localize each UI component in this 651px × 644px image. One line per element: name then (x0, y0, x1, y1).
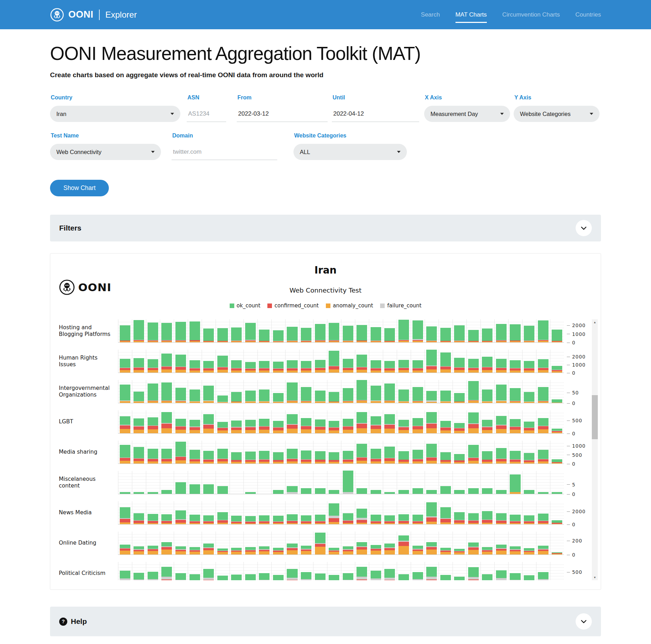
bar[interactable] (341, 319, 355, 342)
bar[interactable] (174, 350, 188, 373)
bar[interactable] (453, 532, 467, 554)
bar[interactable] (258, 471, 272, 494)
scroll-up-button[interactable]: ▲ (592, 319, 598, 325)
bar[interactable] (439, 441, 453, 464)
bar[interactable] (341, 441, 355, 464)
bar[interactable] (439, 471, 453, 494)
bar[interactable] (522, 380, 536, 403)
bar[interactable] (466, 501, 480, 524)
bar[interactable] (327, 471, 341, 494)
bar[interactable] (160, 410, 174, 433)
bar[interactable] (383, 410, 397, 433)
bar[interactable] (132, 319, 146, 342)
bar[interactable] (536, 380, 550, 403)
bar[interactable] (355, 501, 369, 524)
domain-input[interactable] (172, 144, 277, 160)
bar[interactable] (271, 471, 285, 494)
bar[interactable] (508, 562, 522, 580)
bar[interactable] (230, 350, 244, 373)
bar[interactable] (439, 501, 453, 524)
bar[interactable] (480, 471, 495, 494)
bar[interactable] (439, 562, 453, 580)
bar[interactable] (258, 410, 272, 433)
bar[interactable] (299, 441, 313, 464)
bar[interactable] (258, 319, 272, 342)
bar[interactable] (424, 532, 439, 554)
bar[interactable] (453, 471, 467, 494)
bar[interactable] (494, 350, 508, 373)
website-categories-select[interactable]: ALL (293, 144, 407, 160)
bar[interactable] (202, 410, 216, 433)
bar[interactable] (174, 562, 188, 580)
bar[interactable] (118, 441, 132, 464)
y-axis-select[interactable]: Website Categories (514, 106, 600, 122)
bar[interactable] (160, 471, 174, 494)
bar[interactable] (285, 380, 299, 403)
bar[interactable] (216, 380, 230, 403)
bar[interactable] (258, 532, 272, 554)
bar[interactable] (132, 501, 146, 524)
bar[interactable] (480, 319, 495, 342)
bar[interactable] (411, 380, 425, 403)
bar[interactable] (202, 380, 216, 403)
bar[interactable] (550, 319, 564, 342)
ooni-explorer-logo[interactable]: OONI Explorer (50, 8, 137, 22)
bar[interactable] (424, 441, 439, 464)
bar[interactable] (285, 319, 299, 342)
bar[interactable] (327, 441, 341, 464)
bar[interactable] (216, 441, 230, 464)
bar[interactable] (230, 471, 244, 494)
bar[interactable] (369, 471, 383, 494)
bar[interactable] (522, 319, 536, 342)
bar[interactable] (118, 562, 132, 580)
bar[interactable] (522, 350, 536, 373)
bar[interactable] (118, 350, 132, 373)
bar[interactable] (411, 441, 425, 464)
bar[interactable] (174, 380, 188, 403)
bar[interactable] (258, 501, 272, 524)
bar[interactable] (243, 441, 258, 464)
bar[interactable] (453, 501, 467, 524)
bar[interactable] (550, 350, 564, 373)
bar[interactable] (188, 441, 202, 464)
bar[interactable] (439, 410, 453, 433)
bar[interactable] (508, 471, 522, 494)
bar[interactable] (258, 441, 272, 464)
legend-item-failure_count[interactable]: failure_count (380, 302, 421, 309)
bar[interactable] (299, 501, 313, 524)
bar[interactable] (313, 532, 327, 554)
bar[interactable] (271, 501, 285, 524)
bar[interactable] (132, 380, 146, 403)
bar[interactable] (536, 410, 550, 433)
bar[interactable] (230, 532, 244, 554)
bar[interactable] (424, 562, 439, 580)
bar[interactable] (188, 350, 202, 373)
bar[interactable] (146, 319, 160, 342)
bar[interactable] (146, 380, 160, 403)
bar[interactable] (313, 319, 327, 342)
bar[interactable] (327, 532, 341, 554)
bar[interactable] (494, 380, 508, 403)
bar[interactable] (271, 380, 285, 403)
bar[interactable] (216, 410, 230, 433)
bar[interactable] (466, 562, 480, 580)
bar[interactable] (202, 532, 216, 554)
bar[interactable] (397, 410, 411, 433)
bar[interactable] (397, 532, 411, 554)
bar[interactable] (299, 410, 313, 433)
bar[interactable] (466, 471, 480, 494)
until-date-input[interactable] (332, 106, 419, 122)
bar[interactable] (299, 319, 313, 342)
bar[interactable] (480, 410, 495, 433)
bar[interactable] (160, 441, 174, 464)
bar[interactable] (341, 562, 355, 580)
bar[interactable] (397, 562, 411, 580)
bar[interactable] (202, 441, 216, 464)
bar[interactable] (494, 410, 508, 433)
help-collapse-button[interactable] (576, 613, 592, 630)
bar[interactable] (313, 471, 327, 494)
bar[interactable] (536, 471, 550, 494)
bar[interactable] (424, 350, 439, 373)
bar[interactable] (494, 532, 508, 554)
bar[interactable] (160, 562, 174, 580)
